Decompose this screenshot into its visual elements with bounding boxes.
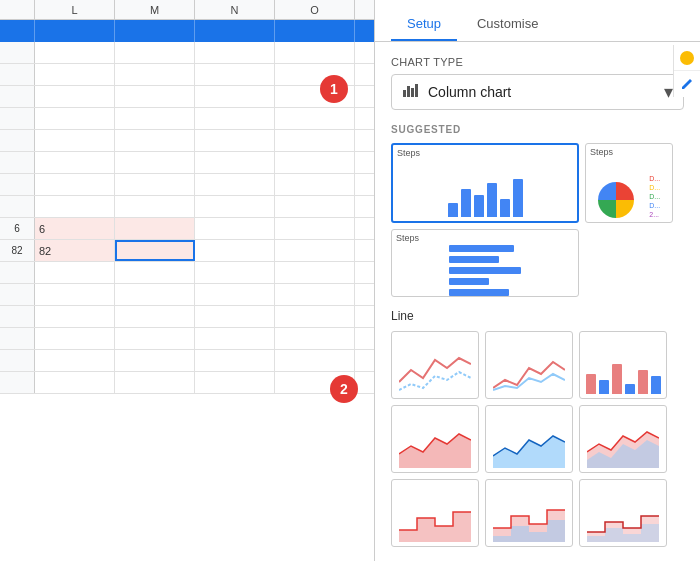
mini-hbar: [449, 278, 489, 285]
mini-bar: [625, 384, 635, 394]
mini-hbar: [449, 289, 509, 296]
step-area-thumb-3[interactable]: [579, 479, 667, 547]
col-m-header: M: [115, 0, 195, 19]
area-chart-content-2: [486, 406, 572, 472]
chart-thumb-title-hbar: Steps: [392, 230, 578, 243]
table-row: [0, 86, 374, 108]
mini-bar: [448, 203, 458, 217]
selected-row: [0, 20, 374, 42]
pie-labels: D... D... D... D... 2...: [649, 175, 660, 218]
tab-customise[interactable]: Customise: [461, 8, 554, 41]
table-row: [0, 350, 374, 372]
line-chart-thumb-2[interactable]: [485, 331, 573, 399]
table-row: [0, 262, 374, 284]
table-row: [0, 152, 374, 174]
svg-rect-3: [415, 84, 418, 97]
step-badge-2: 2: [330, 375, 358, 403]
dropdown-left: Column chart: [402, 82, 511, 102]
step-area-content-1: [392, 480, 478, 546]
area-chart-thumb-3[interactable]: [579, 405, 667, 473]
table-row: [0, 284, 374, 306]
tab-setup[interactable]: Setup: [391, 8, 457, 41]
table-row: [0, 306, 374, 328]
side-icon-edit[interactable]: [674, 71, 700, 97]
area-chart-thumb-2[interactable]: [485, 405, 573, 473]
table-row: 6 6: [0, 218, 374, 240]
col-n-header: N: [195, 0, 275, 19]
chart-editor-tabs: Setup Customise: [375, 0, 700, 42]
line-chart-content-1: [392, 332, 478, 398]
suggested-chart-hbar[interactable]: Steps: [391, 229, 579, 297]
chart-thumb-title-pie: Steps: [586, 144, 672, 157]
step-area-svg-2: [493, 498, 565, 542]
chart-type-dropdown[interactable]: Column chart ▾: [391, 74, 684, 110]
area-chart-thumb-1[interactable]: [391, 405, 479, 473]
mini-bar: [638, 370, 648, 394]
spreadsheet-area: L M N O: [0, 0, 375, 561]
svg-rect-2: [411, 88, 414, 97]
suggested-chart-grid: Steps Steps: [391, 143, 684, 297]
line-chart-thumb-3[interactable]: [579, 331, 667, 399]
svg-rect-1: [407, 86, 410, 97]
table-row: [0, 328, 374, 350]
suggested-chart-pie[interactable]: Steps D... D... D... D... 2...: [585, 143, 673, 223]
area-chart-svg-3: [587, 424, 659, 468]
step-area-thumb-1[interactable]: [391, 479, 479, 547]
mini-bar: [586, 374, 596, 394]
row-num-selected: [0, 20, 35, 42]
panel-content: Chart type Column chart ▾ SUGGESTED: [375, 42, 700, 561]
line-chart-content-3: [580, 332, 666, 398]
area-chart-content-1: [392, 406, 478, 472]
area-chart-content-3: [580, 406, 666, 472]
selected-cell-l[interactable]: [35, 20, 115, 42]
selected-cell-o[interactable]: [275, 20, 355, 42]
mini-hbar: [449, 267, 521, 274]
line-chart-thumb-1[interactable]: Line chart: [391, 331, 479, 399]
column-chart-icon: [402, 82, 420, 102]
line-chart-svg-2: [493, 350, 565, 394]
side-icon-yellow[interactable]: [674, 45, 700, 71]
side-action-bar: [673, 45, 700, 97]
chart-hbar-content: [392, 243, 578, 297]
suggested-section-label: SUGGESTED: [391, 124, 684, 135]
mini-hbar: [449, 256, 499, 263]
selected-cell-m[interactable]: [115, 20, 195, 42]
line-chart-content-2: [486, 332, 572, 398]
mini-bar: [487, 183, 497, 217]
step-badge-1: 1: [320, 75, 348, 103]
column-headers: L M N O: [0, 0, 374, 20]
mini-bar: [461, 189, 471, 217]
chart-column-content: [393, 158, 577, 221]
svg-marker-8: [399, 512, 471, 542]
chart-pie-content: D... D... D... D... 2...: [586, 157, 672, 222]
chart-type-label: Chart type: [391, 56, 684, 68]
table-row: [0, 64, 374, 86]
table-row: [0, 42, 374, 64]
mini-pie-chart: [598, 182, 634, 218]
line-section-label: Line: [391, 309, 684, 323]
sheet-body: 6 6 82 82: [0, 42, 374, 394]
suggested-chart-column[interactable]: Steps: [391, 143, 579, 223]
mini-bar: [513, 179, 523, 217]
table-row: [0, 130, 374, 152]
table-row: 82 82: [0, 240, 374, 262]
step-area-thumb-2[interactable]: [485, 479, 573, 547]
step-area-content-2: [486, 480, 572, 546]
step-area-content-3: [580, 480, 666, 546]
step-area-svg-1: [399, 498, 471, 542]
col-l-header: L: [35, 0, 115, 19]
selected-cell-n[interactable]: [195, 20, 275, 42]
mini-bar: [474, 195, 484, 217]
col-o-header: O: [275, 0, 355, 19]
svg-rect-0: [403, 90, 406, 97]
mini-hbar: [449, 245, 514, 252]
area-chart-svg-2: [493, 424, 565, 468]
table-row: [0, 196, 374, 218]
area-chart-svg-1: [399, 424, 471, 468]
step-area-svg-3: [587, 498, 659, 542]
dropdown-label: Column chart: [428, 84, 511, 100]
table-row: [0, 108, 374, 130]
dropdown-arrow-icon: ▾: [664, 81, 673, 103]
chart-thumb-title: Steps: [393, 145, 577, 158]
line-chart-grid: Line chart: [391, 331, 684, 547]
